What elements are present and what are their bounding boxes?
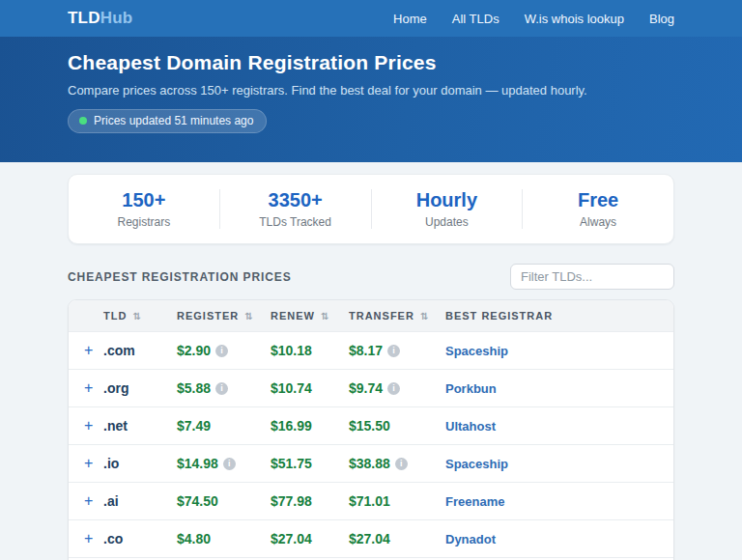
tld-cell: .co [103,531,177,546]
logo-bold: TLD [68,9,100,27]
registrar-link[interactable]: Ultahost [445,419,658,434]
renew-price-cell: $10.18 [271,343,349,358]
registrar-link[interactable]: Freename [445,494,658,509]
stat-value: Free [523,189,673,211]
sort-icon[interactable]: ⇅ [321,311,328,322]
transfer-price: $27.04 [349,531,390,546]
stat-free: Free Always [522,189,673,229]
top-navbar: TLDHub Home All TLDs W.is whois lookup B… [0,0,742,37]
register-price-cell: $5.88 i [177,380,271,396]
renew-price-cell: $51.75 [271,456,349,471]
expand-row-button[interactable]: + [84,418,103,434]
info-icon[interactable]: i [215,382,228,395]
tld-cell: .com [103,343,177,358]
header-register[interactable]: REGISTER ⇅ [177,310,271,322]
renew-price: $10.74 [271,380,312,396]
expand-row-button[interactable]: + [84,531,103,546]
table-row: + .io $14.98 i $51.75 $38.88 i Spaceship [69,444,673,482]
hero-section: Cheapest Domain Registration Prices Comp… [0,37,742,162]
register-price: $74.50 [177,493,218,509]
transfer-price-cell: $27.04 [349,531,445,546]
stat-tlds-tracked: 3350+ TLDs Tracked [219,189,371,229]
renew-price-cell: $77.98 [271,493,349,509]
nav-links: Home All TLDs W.is whois lookup Blog [393,12,674,26]
info-icon[interactable]: i [387,345,400,357]
register-price: $14.98 [177,456,218,471]
transfer-price-cell: $71.01 [349,493,445,509]
info-icon[interactable]: i [215,345,228,357]
stat-label: Always [523,215,673,229]
tld-cell: .net [103,418,177,434]
header-best-registrar: BEST REGISTRAR [445,310,658,322]
header-renew[interactable]: RENEW ⇅ [271,310,349,322]
sort-icon[interactable]: ⇅ [132,311,140,322]
info-icon[interactable]: i [223,458,236,470]
register-price-cell: $14.98 i [177,456,271,471]
registrar-link[interactable]: Dynadot [445,532,658,546]
header-tld[interactable]: TLD ⇅ [103,310,177,322]
tld-cell: .io [103,456,177,471]
register-price: $5.88 [177,380,211,396]
stat-label: Updates [372,215,523,229]
register-price-cell: $2.90 i [177,343,271,358]
transfer-price-cell: $15.50 [349,418,445,434]
page-subtitle: Compare prices across 150+ registrars. F… [68,83,674,98]
table-header-row: TLD ⇅ REGISTER ⇅ RENEW ⇅ TRANSFER ⇅ BEST… [69,300,673,331]
register-price: $7.49 [177,418,211,434]
table-row: + .com $2.90 i $10.18 $8.17 i Spaceship [69,331,673,369]
header-transfer[interactable]: TRANSFER ⇅ [349,310,445,322]
page-title: Cheapest Domain Registration Prices [68,51,674,74]
registrar-link[interactable]: Spaceship [445,344,658,358]
info-icon[interactable]: i [395,458,408,470]
expand-row-button[interactable]: + [84,493,103,509]
table-row: + .ai $74.50 $77.98 $71.01 Freename [69,482,673,519]
registrar-link[interactable]: Porkbun [445,381,658,396]
transfer-price: $15.50 [349,418,390,434]
expand-row-button[interactable]: + [84,456,103,471]
transfer-price-cell: $8.17 i [349,343,445,358]
stat-label: TLDs Tracked [220,215,371,229]
renew-price-cell: $16.99 [271,418,349,434]
tld-cell: .org [103,380,177,396]
stat-value: 150+ [69,189,219,211]
transfer-price: $9.74 [349,380,383,396]
stat-label: Registrars [69,215,219,229]
transfer-price: $71.01 [349,493,390,509]
expand-row-button[interactable]: + [84,343,103,358]
transfer-price-cell: $9.74 i [349,380,445,396]
nav-item-home[interactable]: Home [393,12,427,26]
stats-card: 150+ Registrars 3350+ TLDs Tracked Hourl… [68,174,674,244]
prices-table: TLD ⇅ REGISTER ⇅ RENEW ⇅ TRANSFER ⇅ BEST… [68,299,674,560]
register-price-cell: $4.80 [177,531,271,546]
site-logo[interactable]: TLDHub [68,9,132,28]
renew-price: $10.18 [271,343,312,358]
nav-item-blog[interactable]: Blog [649,12,674,26]
renew-price: $16.99 [271,418,312,434]
stat-value: Hourly [372,189,523,211]
register-price: $4.80 [177,531,211,546]
filter-tlds-input[interactable] [510,264,674,290]
info-icon[interactable]: i [387,382,400,395]
tld-cell: .ai [103,493,177,509]
nav-item-all-tlds[interactable]: All TLDs [452,12,499,26]
logo-light: Hub [100,9,133,27]
renew-price: $51.75 [271,456,312,471]
renew-price-cell: $27.04 [271,531,349,546]
register-price: $2.90 [177,343,211,358]
table-row: + .net $7.49 $16.99 $15.50 Ultahost [69,406,673,444]
stat-value: 3350+ [220,189,371,211]
register-price-cell: $7.49 [177,418,271,434]
section-title: CHEAPEST REGISTRATION PRICES [68,270,292,284]
transfer-price: $8.17 [349,343,383,358]
badge-text: Prices updated 51 minutes ago [94,114,253,127]
status-dot-icon [79,117,87,125]
registrar-link[interactable]: Spaceship [445,457,658,471]
transfer-price: $38.88 [349,456,390,471]
table-body: + .com $2.90 i $10.18 $8.17 i Spaceship … [69,331,673,557]
nav-item-whois-lookup[interactable]: W.is whois lookup [525,12,624,26]
expand-row-button[interactable]: + [84,380,103,396]
sort-icon[interactable]: ⇅ [420,311,428,322]
stat-updates: Hourly Updates [371,189,523,229]
renew-price: $27.04 [271,531,312,546]
sort-icon[interactable]: ⇅ [244,311,252,322]
